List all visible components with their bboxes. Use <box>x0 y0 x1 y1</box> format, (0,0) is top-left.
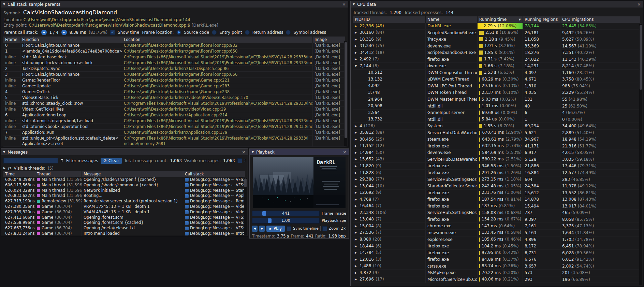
expand-icon[interactable]: ▶ <box>355 270 358 276</box>
cpu-row[interactable]: ▶ 11,820 (9) firefox.exe 346.58 ms (1.50… <box>353 163 641 170</box>
callstack-titlebar[interactable]: ▼ Call stack sample parents × <box>1 1 348 8</box>
message-row[interactable]: 627,399,320ns Game(36,704) VRAM 43x45: 1… <box>3 210 245 215</box>
close-icon[interactable]: × <box>343 150 347 154</box>
cpu-row[interactable]: ▶ 11,152 (12) firefox.exe 632.15 ms (2.7… <box>353 143 641 150</box>
cpu-row[interactable]: ▶ 16,464 (7) firefox.exe 187 ms (0.81%) … <box>353 203 641 210</box>
show-time-checkbox[interactable]: ✓ <box>110 30 115 35</box>
expand-icon[interactable]: ▶ <box>355 163 358 169</box>
expand-icon[interactable]: ▶ <box>355 130 358 136</box>
message-row[interactable]: 627,831,246ns Game(36,704) Intro menu lo… <box>3 231 245 236</box>
expand-icon[interactable]: ▶ <box>355 156 358 163</box>
filter-input[interactable] <box>3 158 58 163</box>
expand-icon[interactable]: ▶ <box>355 223 358 229</box>
expand-icon[interactable]: ▶ <box>355 56 358 63</box>
show-time-label[interactable]: Show time <box>118 30 139 35</box>
callstack-frame-row[interactable]: inline Game::RenderFloor C:\Users\wolf\D… <box>3 77 346 83</box>
message-row[interactable]: 627,558,996ns Game(36,704) Opening /fore… <box>3 220 245 226</box>
expand-icon[interactable]: ▶ <box>355 216 358 223</box>
radio-label-entry-point[interactable]: Entry point <box>219 30 242 35</box>
col-cpu-migrations[interactable]: CPU migrations <box>560 16 641 23</box>
sync-timeline-checkbox[interactable] <box>287 226 291 231</box>
radio-symbol-address[interactable] <box>286 30 291 35</box>
cpu-row[interactable]: ▶ 34,412 (18) ScriptedSandbox64.exe 1.85… <box>353 49 641 56</box>
collapse-icon[interactable]: ▼ <box>3 3 5 6</box>
cpu-row[interactable]: ▶ 1,488 (10) csrss.exe 83.74 ms (0.36%) … <box>353 263 641 270</box>
col-frame[interactable]: Frame <box>3 37 20 43</box>
visible-threads-row[interactable]: ▶ ⇄ Visible threads: (5) <box>3 165 245 171</box>
cpu-row[interactable]: 3,748 DWM Token Thread 23.37 ms (0.10%) … <box>353 89 641 96</box>
callstack-frames-icon[interactable] <box>185 221 189 225</box>
callstack-frames-icon[interactable] <box>185 205 189 209</box>
cpu-row[interactable]: ▶ 11,828 (6) firefox.exe 291.26 ms (1.26… <box>353 170 641 176</box>
cpu-row[interactable]: ▶ 18,444 (6) firefox.exe 104.2 ms (0.45%… <box>353 243 641 250</box>
col-running-time[interactable]: Running time ▼ <box>478 16 523 23</box>
message-row[interactable]: 626,833,622ns Main thread(31,596) Bootin… <box>3 193 245 199</box>
cpu-row[interactable]: ▶ 14,784 (5) firefox.exe 97.95 ms (0.42%… <box>353 250 641 257</box>
message-callstack-cell[interactable]: DebugLog::Message ← Application: <box>183 193 245 199</box>
col-message[interactable]: Message <box>82 171 183 177</box>
prev-sample-button[interactable]: ◀ <box>41 30 47 35</box>
scrollbar-thumb[interactable] <box>640 25 642 90</box>
next-frame-button[interactable]: ▶ <box>259 226 265 232</box>
message-callstack-cell[interactable]: DebugLog::Message ← VideoMemo <box>183 204 245 210</box>
cpu-row[interactable]: 20,508 ntdll.dll 1.01 ms (0.00%) 40 25 <box>353 103 641 110</box>
col-pid-tid[interactable]: PID/TID <box>353 16 426 23</box>
cpu-row[interactable]: ▶ 12,692 (9) firefox.exe 231.76 ms (1.00… <box>353 190 641 197</box>
expand-icon[interactable]: ▶ <box>355 170 358 176</box>
frame-image-slider[interactable]: 441 <box>252 211 320 216</box>
cpu-row[interactable]: ▶ 10,316 (9) Tracy.exe 2.18 s (9.45%) 11… <box>353 36 641 43</box>
cpu-row[interactable]: 4,092 DWM LPC Port Thread 29.16 ms (0.13… <box>353 83 641 90</box>
cpu-row[interactable]: ▶ 14,984 (50) devenv.exe 584.69 ms (2.53… <box>353 149 641 156</box>
expand-icon[interactable]: ▶ <box>355 36 358 43</box>
callstack-frame-row[interactable]: inline std::chrono::steady_clock::now C:… <box>3 101 346 106</box>
callstack-frame-row[interactable]: 1 <lambda_84a19dc444fae966ca174e83e708bd… <box>3 48 346 54</box>
callstack-frame-row[interactable]: inline std::_Atomic_storage<bool,1>::loa… <box>3 118 346 124</box>
messages-scrollbar[interactable] <box>244 178 247 235</box>
col-location[interactable]: Location <box>122 37 313 43</box>
cpu-row[interactable]: ▶ 35,812 (88) ServiceHub.DataWareho 670.… <box>353 130 641 137</box>
cpu-row[interactable]: ▶ 12,016 (3) firefox.exe 84.89 ms (0.37%… <box>353 256 641 263</box>
radio-source-code[interactable] <box>176 30 181 35</box>
close-icon[interactable]: × <box>637 2 641 6</box>
cpu-row[interactable]: ▶ 23,348 (106) ServiceHub.SettingsHost 1… <box>353 210 641 216</box>
radio-return-address[interactable] <box>245 30 250 35</box>
collapse-icon[interactable]: ▼ <box>353 3 355 6</box>
col-callstack[interactable]: Call stack <box>183 171 245 177</box>
callstack-frame-row[interactable]: inline std::_Mutex_base::lock C:\Program… <box>3 54 346 60</box>
callstack-frames-icon[interactable] <box>185 183 189 187</box>
callstack-frame-row[interactable]: 4 Game::OnTick C:\Users\wolf\Desktop\dar… <box>3 89 346 95</box>
message-row[interactable]: 627,380,356ns Game(36,704) VRAM 37x45: 1… <box>3 204 245 210</box>
callstack-frame-row[interactable]: 6 Application::InnerLoop C:\Users\wolf\D… <box>3 112 346 118</box>
radio-label-symbol-address[interactable]: Symbol address <box>293 30 326 35</box>
col-function[interactable]: Function <box>20 37 122 43</box>
expand-icon[interactable]: ▶ <box>355 30 358 36</box>
expand-icon[interactable]: ▶ <box>355 203 358 210</box>
cpu-row[interactable]: ▶ 15,004 (8) chrome.exe 147 ms (0.64%) 7… <box>353 223 641 230</box>
callstack-frames-icon[interactable] <box>185 189 189 192</box>
expand-icon[interactable]: ▶ <box>355 256 358 263</box>
callstack-frames-icon[interactable] <box>185 194 189 198</box>
callstack-frame-row[interactable]: 2 TaskDispatch::Sync C:\Users\wolf\Deskt… <box>3 66 346 72</box>
expand-icon[interactable]: ▶ <box>355 196 358 203</box>
expand-icon[interactable]: ▶ <box>355 250 358 256</box>
message-callstack-cell[interactable]: DebugLog::Message ← VideoMemo <box>183 210 245 215</box>
cpu-row[interactable]: ▶ 29,388 (77) ServiceHub.SettingsHost 27… <box>353 176 641 183</box>
cpu-row[interactable]: ▶ 30,160 (84) ScriptedSandbox64.exe 2.51… <box>353 30 641 37</box>
expand-icon[interactable]: ▶ <box>355 263 358 270</box>
expand-icon[interactable]: ▶ <box>355 210 358 216</box>
cpu-scrollbar[interactable] <box>639 24 642 285</box>
collapse-icon[interactable]: ▼ <box>252 150 254 154</box>
callstack-frame-row[interactable]: 5 VideoGLBase::Tick C:\Users\wolf\Deskto… <box>3 95 346 101</box>
next-sample-button[interactable]: ▶ <box>61 30 67 35</box>
cpu-row[interactable]: ▶ 30,456 (25) steam.exe 643.61 ms (2.79%… <box>353 136 641 143</box>
message-row[interactable]: 626,024,328ns Main thread(31,596) Networ… <box>3 188 245 193</box>
callstack-frames-icon[interactable] <box>185 232 189 235</box>
callstack-scrollbar[interactable] <box>344 41 347 146</box>
message-row[interactable]: 606,117,568ns Main thread(31,596) Openin… <box>3 183 245 188</box>
expand-icon[interactable]: ▶ <box>355 43 358 49</box>
expand-icon[interactable]: ▶ <box>355 23 358 29</box>
collapse-icon[interactable]: ▼ <box>3 150 5 154</box>
callstack-frame-row[interactable]: inline Video::GetTicksHiRes C:\Users\wol… <box>3 106 346 112</box>
radio-label-return-address[interactable]: Return address <box>252 30 283 35</box>
expand-icon[interactable]: ▶ <box>355 176 358 183</box>
